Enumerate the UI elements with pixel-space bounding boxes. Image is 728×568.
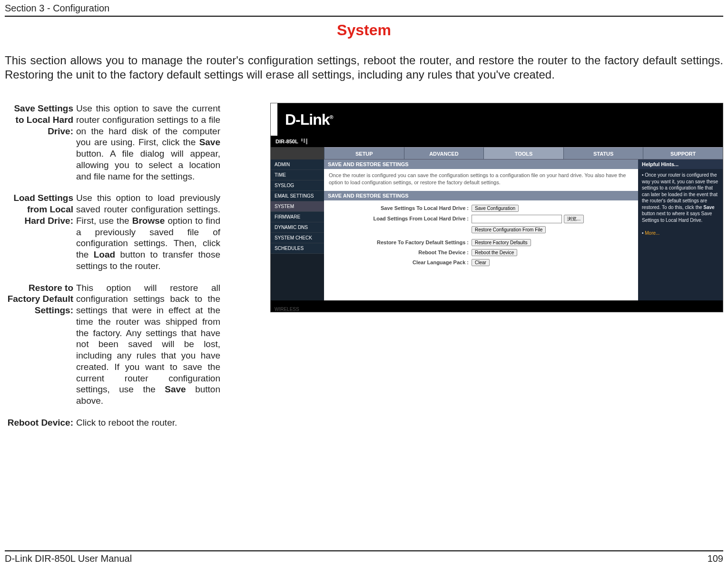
def-reboot-label: Reboot Device: [5,417,76,428]
clear-lang-button[interactable]: Clear [472,259,490,266]
router-ui-screenshot: D-Link® DIR-850L SETUP ADVANCED TOOLS ST… [270,103,723,312]
bold: Browse [132,216,165,226]
row-factory-label: Restore To Factory Default Settings : [329,239,472,246]
nav-support[interactable]: SUPPORT [643,147,723,159]
definitions-column: Save Settings to Local Hard Drive: Use t… [5,103,266,439]
browse-button[interactable]: 浏览... [564,215,584,223]
reboot-button[interactable]: Reboot the Device [472,249,517,256]
def-load-label: Load Settings from Local Hard Drive: [5,192,76,271]
def-load-body: Use this option to load previously saved… [76,192,220,271]
top-nav: SETUP ADVANCED TOOLS STATUS SUPPORT [271,147,723,159]
side-ddns[interactable]: DYNAMIC DNS [271,222,324,233]
bold: Save [165,384,186,394]
save-config-button[interactable]: Save Configuration [472,205,519,212]
main-panel: SAVE AND RESTORE SETTINGS Once the route… [324,159,638,300]
model-label: DIR-850L [271,139,298,144]
hint-bold: Save [703,205,714,210]
panel2-head: SAVE AND RESTORE SETTINGS [324,191,638,200]
def-restore: Restore to Factory Default Settings: Thi… [5,282,266,407]
row-clear-label: Clear Language Pack : [329,259,472,266]
text: Use this option to save the current rout… [76,103,220,147]
nav-status[interactable]: STATUS [563,147,643,159]
def-restore-body: This option will restore all configurati… [76,282,220,407]
hints-panel: Helpful Hints... • Once your router is c… [638,159,723,300]
nav-advanced[interactable]: ADVANCED [404,147,484,159]
def-reboot-body: Click to reboot the router. [76,417,220,428]
restore-from-file-button[interactable]: Restore Configuration From File [472,226,546,233]
footer-left: D-Link DIR-850L User Manual [5,553,132,564]
panel1-desc: Once the router is configured you can sa… [324,169,638,191]
side-admin[interactable]: ADMIN [271,159,324,170]
def-restore-label: Restore to Factory Default Settings: [5,282,76,407]
def-load: Load Settings from Local Hard Drive: Use… [5,192,266,271]
section-header: Section 3 - Configuration [5,0,723,16]
router-footer: WIRELESS [271,300,723,312]
side-system[interactable]: SYSTEM [271,201,324,212]
side-time[interactable]: TIME [271,170,324,180]
bold: Load [94,249,115,259]
text: This option will restore all configurati… [76,283,220,395]
def-save-body: Use this option to save the current rout… [76,103,220,182]
def-reboot: Reboot Device: Click to reboot the route… [5,417,266,428]
load-file-input[interactable] [472,215,562,223]
side-schedules[interactable]: SCHEDULES [271,243,324,254]
side-nav: ADMIN TIME SYSLOG EMAIL SETTINGS SYSTEM … [271,159,324,300]
row-reboot-label: Reboot The Device : [329,249,472,256]
bold: Save [199,137,220,147]
page-title: System [5,21,723,39]
row-save-label: Save Settings To Local Hard Drive : [329,205,472,212]
side-syslog[interactable]: SYSLOG [271,180,324,191]
hints-head: Helpful Hints... [638,159,723,169]
restore-defaults-button[interactable]: Restore Factory Defaults [472,239,531,246]
text: button. A file dialog will appear, allow… [76,149,220,181]
side-email[interactable]: EMAIL SETTINGS [271,191,324,201]
panel1-head: SAVE AND RESTORE SETTINGS [324,159,638,169]
dlink-logo: D-Link® [285,111,333,129]
more-link[interactable]: More... [645,230,659,236]
intro-text: This section allows you to manage the ro… [5,53,723,82]
hint-text2: button next to where it says Save Settin… [642,211,712,223]
page-number: 109 [708,553,723,564]
side-firmware[interactable]: FIRMWARE [271,212,324,222]
nav-tools[interactable]: TOOLS [483,147,563,159]
nav-setup[interactable]: SETUP [324,147,404,159]
def-save: Save Settings to Local Hard Drive: Use t… [5,103,266,182]
row-load-label: Load Settings From Local Hard Drive : [329,215,472,222]
side-syscheck[interactable]: SYSTEM CHECK [271,233,324,243]
def-save-label: Save Settings to Local Hard Drive: [5,103,76,182]
divider [5,16,723,17]
